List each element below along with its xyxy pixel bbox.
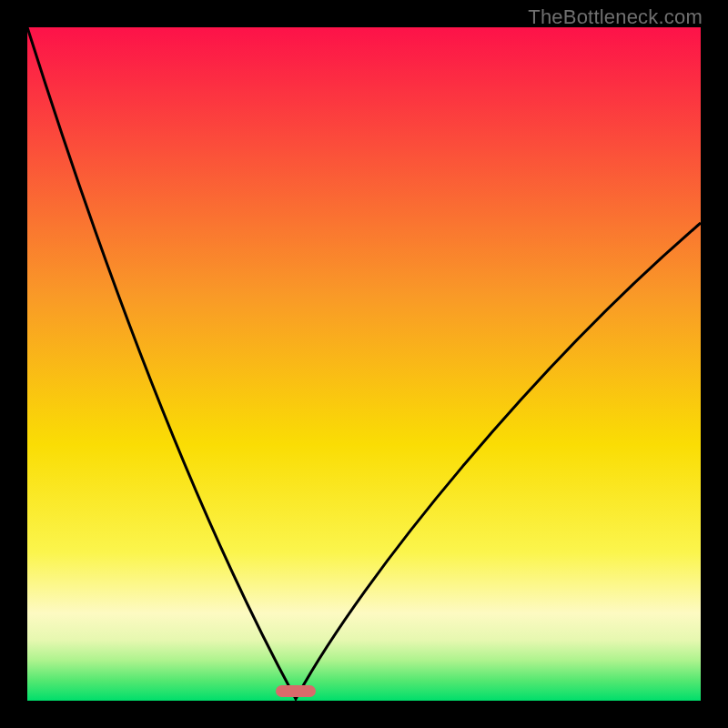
valley-marker (276, 685, 316, 697)
watermark-text: TheBottleneck.com (528, 5, 703, 29)
chart-frame: TheBottleneck.com (0, 0, 728, 728)
bottleneck-curve (27, 27, 701, 701)
curve-path (27, 27, 701, 699)
plot-area (27, 27, 701, 701)
